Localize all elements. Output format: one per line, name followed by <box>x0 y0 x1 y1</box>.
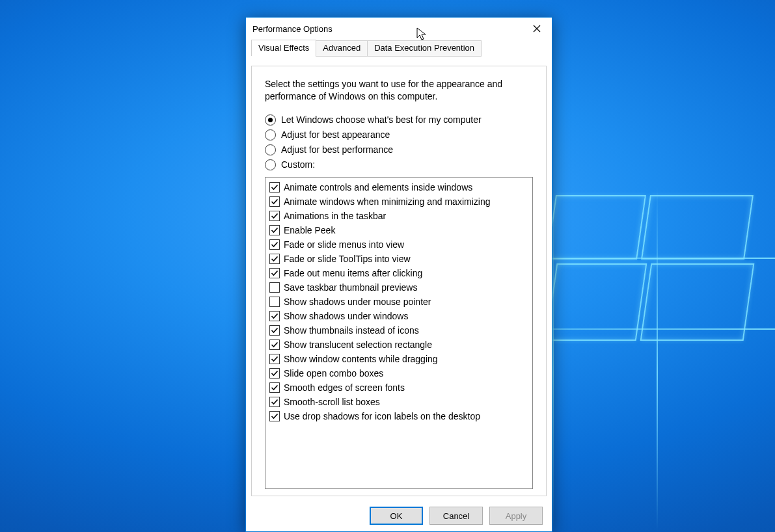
bg-ray <box>552 0 554 532</box>
checkbox-label: Show shadows under mouse pointer <box>284 295 431 309</box>
radio-group: Let Windows choose what's best for my co… <box>265 114 533 170</box>
checkbox-label: Save taskbar thumbnail previews <box>284 280 417 295</box>
radio-let-windows[interactable]: Let Windows choose what's best for my co… <box>265 114 533 126</box>
checkbox-row[interactable]: Save taskbar thumbnail previews <box>269 280 528 295</box>
checkbox-label: Fade out menu items after clicking <box>284 266 422 280</box>
checkbox-icon <box>269 182 280 193</box>
checkbox-row[interactable]: Fade out menu items after clicking <box>269 266 528 280</box>
radio-best-appearance[interactable]: Adjust for best appearance <box>265 129 533 140</box>
tab-data-execution-prevention[interactable]: Data Execution Prevention <box>367 40 482 57</box>
checkbox-icon <box>269 354 280 364</box>
radio-icon <box>265 144 276 155</box>
checkbox-label: Smooth edges of screen fonts <box>284 380 405 395</box>
checkbox-icon <box>269 339 280 350</box>
checkbox-row[interactable]: Show translucent selection rectangle <box>269 338 528 352</box>
checkbox-label: Smooth-scroll list boxes <box>284 395 380 409</box>
radio-label: Custom: <box>281 159 315 170</box>
checkbox-row[interactable]: Fade or slide ToolTips into view <box>269 252 528 266</box>
radio-custom[interactable]: Custom: <box>265 159 533 170</box>
radio-best-performance[interactable]: Adjust for best performance <box>265 144 533 155</box>
tab-advanced[interactable]: Advanced <box>316 40 368 57</box>
tab-label: Visual Effects <box>258 43 309 53</box>
apply-button[interactable]: Apply <box>489 507 543 525</box>
checkbox-row[interactable]: Smooth edges of screen fonts <box>269 380 528 395</box>
tab-label: Advanced <box>323 43 360 53</box>
radio-label: Let Windows choose what's best for my co… <box>281 114 482 125</box>
checkbox-label: Slide open combo boxes <box>284 366 383 380</box>
checkbox-icon <box>269 397 280 407</box>
window-title: Performance Options <box>252 24 333 34</box>
checkbox-icon <box>269 368 280 379</box>
checkbox-label: Animate windows when minimizing and maxi… <box>284 194 490 209</box>
checkbox-row[interactable]: Enable Peek <box>269 223 528 237</box>
checkbox-row[interactable]: Show shadows under windows <box>269 309 528 323</box>
visual-effects-panel: Select the settings you want to use for … <box>251 66 547 496</box>
checkbox-icon <box>269 311 280 321</box>
checkbox-label: Fade or slide menus into view <box>284 237 404 252</box>
dialog-footer: OK Cancel Apply <box>370 507 543 525</box>
desktop-background: Performance Options Visual EffectsAdvanc… <box>0 0 775 532</box>
tab-visual-effects[interactable]: Visual Effects <box>251 40 316 56</box>
ok-button[interactable]: OK <box>370 507 423 525</box>
checkbox-row[interactable]: Animations in the taskbar <box>269 209 528 223</box>
checkbox-icon <box>269 297 280 307</box>
checkbox-label: Show thumbnails instead of icons <box>284 323 419 338</box>
checkbox-row[interactable]: Fade or slide menus into view <box>269 237 528 252</box>
checkbox-icon <box>269 268 280 278</box>
checkbox-icon <box>269 282 280 293</box>
radio-icon <box>265 114 276 126</box>
close-icon <box>533 25 541 33</box>
radio-icon <box>265 129 276 140</box>
checkbox-label: Enable Peek <box>284 223 335 237</box>
checkbox-icon <box>269 254 280 264</box>
checkbox-row[interactable]: Show shadows under mouse pointer <box>269 295 528 309</box>
checkbox-label: Animate controls and elements inside win… <box>284 180 472 194</box>
checkbox-row[interactable]: Use drop shadows for icon labels on the … <box>269 409 528 423</box>
checkbox-row[interactable]: Smooth-scroll list boxes <box>269 395 528 409</box>
checkbox-label: Show window contents while dragging <box>284 352 438 366</box>
titlebar[interactable]: Performance Options <box>246 18 552 40</box>
checkbox-icon <box>269 196 280 207</box>
cancel-button[interactable]: Cancel <box>429 507 483 525</box>
checkbox-row[interactable]: Slide open combo boxes <box>269 366 528 380</box>
checkbox-icon <box>269 325 280 336</box>
checkbox-row[interactable]: Show thumbnails instead of icons <box>269 323 528 338</box>
checkbox-icon <box>269 225 280 235</box>
checkbox-label: Fade or slide ToolTips into view <box>284 252 411 266</box>
checkbox-row[interactable]: Show window contents while dragging <box>269 352 528 366</box>
checkbox-label: Use drop shadows for icon labels on the … <box>284 409 480 423</box>
checkbox-label: Animations in the taskbar <box>284 209 386 223</box>
panel-description: Select the settings you want to use for … <box>265 78 533 103</box>
tab-label: Data Execution Prevention <box>374 43 474 53</box>
checkbox-icon <box>269 382 280 393</box>
performance-options-dialog: Performance Options Visual EffectsAdvanc… <box>245 17 552 532</box>
checkbox-row[interactable]: Animate windows when minimizing and maxi… <box>269 194 528 209</box>
checkbox-icon <box>269 211 280 221</box>
radio-label: Adjust for best performance <box>281 144 393 155</box>
tab-strip: Visual EffectsAdvancedData Execution Pre… <box>251 40 547 56</box>
checkbox-label: Show translucent selection rectangle <box>284 338 432 352</box>
effects-listbox[interactable]: Animate controls and elements inside win… <box>265 177 533 489</box>
close-button[interactable] <box>522 18 552 39</box>
checkbox-row[interactable]: Animate controls and elements inside win… <box>269 180 528 194</box>
radio-icon <box>265 159 276 170</box>
radio-label: Adjust for best appearance <box>281 129 390 140</box>
checkbox-label: Show shadows under windows <box>284 309 408 323</box>
checkbox-icon <box>269 411 280 421</box>
checkbox-icon <box>269 239 280 250</box>
